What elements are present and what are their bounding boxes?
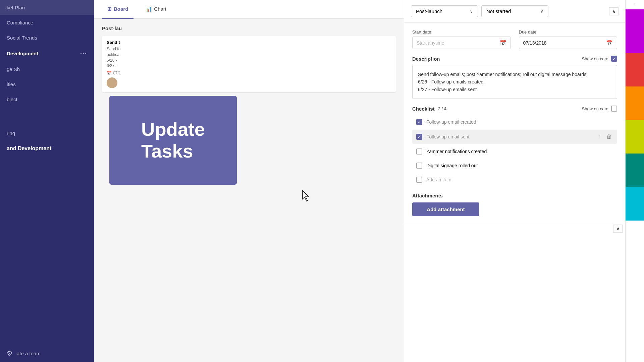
calendar-icon: 📅 <box>500 40 506 46</box>
attachments-title: Attachments <box>412 193 617 198</box>
checklist-count: 2 / 4 <box>438 106 446 111</box>
sidebar-item-ring[interactable]: ring <box>0 126 94 141</box>
description-box[interactable]: Send follow-up emails; post Yammer notif… <box>412 65 617 99</box>
calendar-icon: 📅 <box>107 71 112 75</box>
checklist-item-1: ✓ Follow-up email created <box>412 116 617 128</box>
board-icon: ⊞ <box>107 6 112 12</box>
chart-icon: 📊 <box>146 6 152 12</box>
chevron-down-icon: ∨ <box>470 9 473 14</box>
detail-body: Start date Start anytime 📅 Due date 07/1… <box>404 23 625 223</box>
description-section-header: Description Show on card ✓ <box>412 56 617 62</box>
tab-board[interactable]: ⊞ Board <box>102 0 133 19</box>
cursor <box>302 190 310 202</box>
checklist-item-text-4: Digital signage rolled out <box>426 163 613 168</box>
add-item-row: Add an item <box>412 173 617 186</box>
sidebar-item-compliance[interactable]: Compliance <box>0 15 94 30</box>
color-swatch-red[interactable] <box>626 53 644 86</box>
main-area: ⊞ Board 📊 Chart Post-lau Send t Send fon… <box>94 0 404 362</box>
start-date-label: Start date <box>412 29 511 35</box>
avatar <box>107 77 117 88</box>
more-options-icon[interactable]: ··· <box>80 50 87 57</box>
start-date-group: Start date Start anytime 📅 <box>412 29 511 49</box>
color-swatch-teal[interactable] <box>626 154 644 187</box>
sidebar-item-ities[interactable]: ities <box>0 77 94 92</box>
checklist-item-text-3: Yammer notifications created <box>426 149 613 154</box>
board-section-title: Post-lau <box>102 25 396 31</box>
sidebar-item-social-trends[interactable]: Social Trends <box>0 30 94 45</box>
status-dropdown[interactable]: Not started ∨ <box>481 5 548 17</box>
move-up-button[interactable]: ↑ <box>597 133 602 140</box>
calendar-icon: 📅 <box>606 40 613 46</box>
chevron-down-icon: ∨ <box>540 9 543 14</box>
show-on-card-checkbox-checklist[interactable] <box>611 106 617 112</box>
board-area: Post-lau Send t Send fonotifica6/26 -6/2… <box>94 19 404 362</box>
show-on-card-checklist: Show on card <box>582 106 618 112</box>
checklist-checkbox-2[interactable]: ✓ <box>416 134 422 140</box>
close-color-panel-icon[interactable]: ✕ <box>634 3 636 6</box>
checklist-checkbox-3[interactable] <box>416 148 422 155</box>
checklist-checkbox-1[interactable]: ✓ <box>416 119 422 125</box>
add-item-placeholder[interactable]: Add an item <box>426 177 451 182</box>
update-tasks-text: Update Tasks <box>131 112 215 169</box>
delete-item-button[interactable]: 🗑 <box>605 133 613 140</box>
sidebar-item-gesh[interactable]: ge Sh <box>0 62 94 77</box>
color-swatch-orange[interactable] <box>626 86 644 120</box>
color-swatch-yellow-green[interactable] <box>626 120 644 154</box>
sidebar-item-blank2 <box>0 116 94 126</box>
board-card[interactable]: Send t Send fonotifica6/26 -6/27 - 📅 07/… <box>102 36 396 92</box>
sidebar-item-and-development[interactable]: and Development <box>0 141 94 156</box>
add-item-checkbox[interactable] <box>416 177 422 183</box>
detail-panel: Post-launch ∨ Not started ∨ ∧ Start date… <box>404 0 625 362</box>
board-card-description: Send fonotifica6/26 -6/27 - <box>107 46 391 69</box>
checklist-title: Checklist <box>412 106 435 112</box>
color-swatch-cyan[interactable] <box>626 187 644 221</box>
detail-header: Post-launch ∨ Not started ∨ ∧ <box>404 0 625 23</box>
sidebar: ket Plan Compliance Social Trends Develo… <box>0 0 94 362</box>
checklist-item-4: Digital signage rolled out <box>412 159 617 172</box>
sidebar-item-bject[interactable]: bject <box>0 92 94 107</box>
scroll-down-button[interactable]: ∨ <box>613 225 623 233</box>
color-swatch-magenta[interactable] <box>626 9 644 53</box>
board-card-date: 📅 07/1 <box>107 71 391 75</box>
due-date-label: Due date <box>519 29 618 35</box>
checklist-item-actions: ↑ 🗑 <box>597 133 613 140</box>
tab-chart[interactable]: 📊 Chart <box>140 0 172 19</box>
color-swatches-panel: ✕ <box>625 0 644 362</box>
sidebar-item-market-plan[interactable]: ket Plan <box>0 0 94 15</box>
gear-icon: ⚙ <box>7 349 13 357</box>
sidebar-item-blank1 <box>0 107 94 116</box>
sidebar-item-development[interactable]: Development ··· <box>0 45 94 62</box>
checklist-item-text-1: Follow-up email created <box>426 119 613 125</box>
bucket-dropdown[interactable]: Post-launch ∨ <box>411 5 478 17</box>
description-title: Description <box>412 56 440 62</box>
due-date-group: Due date 07/13/2018 📅 <box>519 29 618 49</box>
checklist-item-3: Yammer notifications created <box>412 145 617 158</box>
board-card-title: Send t <box>107 40 391 45</box>
due-date-input[interactable]: 07/13/2018 📅 <box>519 37 618 49</box>
show-on-card-checkbox-description[interactable]: ✓ <box>611 56 617 62</box>
scroll-up-button[interactable]: ∧ <box>609 7 619 15</box>
date-fields-row: Start date Start anytime 📅 Due date 07/1… <box>412 29 617 49</box>
top-bar: ⊞ Board 📊 Chart <box>94 0 404 19</box>
show-on-card-description: Show on card ✓ <box>582 56 618 62</box>
attachments-section: Attachments Add attachment <box>412 193 617 216</box>
checklist-item-2: ✓ Follow-up email sent ↑ 🗑 <box>412 130 617 144</box>
sidebar-item-create-team[interactable]: ⚙ ate a team <box>0 345 94 362</box>
checklist-header: Checklist 2 / 4 Show on card <box>412 106 617 112</box>
checklist-checkbox-4[interactable] <box>416 163 422 169</box>
update-tasks-overlay: Update Tasks <box>109 96 237 185</box>
add-attachment-button[interactable]: Add attachment <box>412 202 479 216</box>
start-date-input[interactable]: Start anytime 📅 <box>412 37 511 49</box>
checklist-item-text-2: Follow-up email sent <box>426 134 593 139</box>
